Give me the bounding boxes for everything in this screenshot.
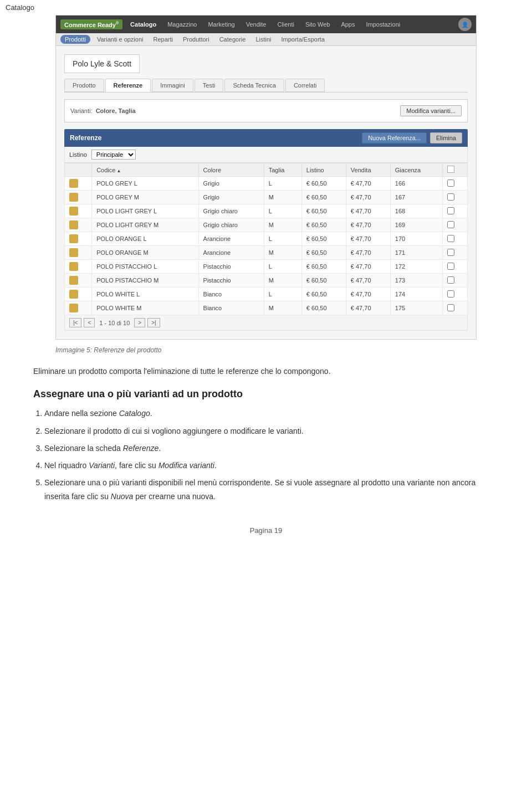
subnav-listini[interactable]: Listini: [252, 35, 274, 44]
row-code[interactable]: POLO GREY M: [92, 191, 198, 204]
varianti-box: Varianti: Colore, Taglia Modifica varian…: [64, 99, 468, 122]
row-checkbox-cell[interactable]: [443, 232, 468, 246]
table-row: POLO ORANGE M Arancione M € 60,50 € 47,7…: [65, 246, 468, 260]
row-vendita: € 47,70: [346, 246, 390, 260]
row-colore: Grigio chiaro: [198, 218, 264, 232]
subnav-categorie[interactable]: Categorie: [216, 35, 249, 44]
col-giacenza[interactable]: Giacenza: [390, 163, 443, 177]
row-checkbox-cell[interactable]: [443, 191, 468, 204]
page-prev-button[interactable]: <: [84, 318, 95, 327]
row-checkbox[interactable]: [447, 179, 454, 187]
col-colore[interactable]: Colore: [198, 163, 264, 177]
modifica-varianti-button[interactable]: Modifica varianti...: [400, 105, 462, 116]
tab-scheda[interactable]: Scheda Tecnica: [224, 79, 284, 92]
page-next-button[interactable]: >: [134, 318, 145, 327]
row-checkbox[interactable]: [447, 304, 454, 311]
row-checkbox-cell[interactable]: [443, 177, 468, 191]
row-code[interactable]: POLO WHITE M: [92, 301, 198, 315]
tab-testi[interactable]: Testi: [195, 79, 224, 92]
tab-immagini[interactable]: Immagini: [152, 79, 193, 92]
sub-nav: Prodotti Varianti e opzioni Reparti Prod…: [56, 33, 476, 46]
top-nav: Commerce Ready® Catalogo Magazzino Marke…: [56, 16, 476, 33]
row-taglia: L: [264, 232, 301, 246]
elimina-button[interactable]: Elimina: [430, 132, 462, 143]
nav-item-magazzino[interactable]: Magazzino: [165, 20, 199, 29]
col-codice[interactable]: Codice: [92, 163, 198, 177]
row-checkbox[interactable]: [447, 263, 454, 270]
row-checkbox-cell[interactable]: [443, 301, 468, 315]
row-checkbox[interactable]: [447, 276, 454, 284]
col-vendita[interactable]: Vendita: [346, 163, 390, 177]
step-3: Selezionare la scheda Referenze.: [44, 442, 499, 455]
row-listino: € 60,50: [301, 191, 346, 204]
nav-item-apps[interactable]: Apps: [339, 20, 357, 29]
row-giacenza: 166: [390, 177, 443, 191]
step-2: Selezionare il prodotto di cui si voglio…: [44, 424, 499, 438]
referenze-header: Referenze Nuova Referenza... Elimina: [64, 129, 468, 147]
row-vendita: € 47,70: [346, 288, 390, 301]
listino-select[interactable]: Principale: [91, 150, 136, 160]
row-icon-cell: [65, 260, 92, 274]
row-listino: € 60,50: [301, 218, 346, 232]
row-checkbox-cell[interactable]: [443, 204, 468, 218]
subnav-importa[interactable]: Importa/Esporta: [278, 35, 328, 44]
product-icon: [69, 220, 78, 229]
row-colore: Pistacchio: [198, 274, 264, 288]
tab-prodotto[interactable]: Prodotto: [64, 79, 104, 92]
product-icon: [69, 304, 78, 312]
avatar[interactable]: 👤: [458, 18, 472, 31]
row-colore: Grigio chiaro: [198, 204, 264, 218]
row-checkbox-cell[interactable]: [443, 246, 468, 260]
row-checkbox-cell[interactable]: [443, 274, 468, 288]
col-listino[interactable]: Listino: [301, 163, 346, 177]
subnav-reparti[interactable]: Reparti: [150, 35, 176, 44]
nav-item-marketing[interactable]: Marketing: [206, 20, 237, 29]
nav-item-sitoweb[interactable]: Sito Web: [303, 20, 332, 29]
row-checkbox[interactable]: [447, 235, 454, 242]
nav-item-impostazioni[interactable]: Impostazioni: [364, 20, 402, 29]
tab-correlati[interactable]: Correlati: [285, 79, 325, 92]
product-icon: [69, 276, 78, 285]
nav-item-catalogo[interactable]: Catalogo: [128, 20, 158, 29]
nuova-referenza-button[interactable]: Nuova Referenza...: [362, 132, 427, 143]
subnav-prodotti[interactable]: Prodotti: [60, 35, 90, 44]
subnav-produttori[interactable]: Produttori: [180, 35, 213, 44]
page-last-button[interactable]: >|: [147, 318, 160, 327]
row-colore: Pistacchio: [198, 260, 264, 274]
main-content: Polo Lyle & Scott Prodotto Referenze Imm…: [56, 46, 476, 339]
row-code[interactable]: POLO PISTACCHIO M: [92, 274, 198, 288]
row-code[interactable]: POLO LIGHT GREY L: [92, 204, 198, 218]
row-checkbox[interactable]: [447, 290, 454, 297]
row-code[interactable]: POLO WHITE L: [92, 288, 198, 301]
col-check-all[interactable]: [443, 163, 468, 177]
product-tabs: Prodotto Referenze Immagini Testi Scheda…: [64, 79, 468, 93]
row-code[interactable]: POLO PISTACCHIO L: [92, 260, 198, 274]
subnav-varianti[interactable]: Varianti e opzioni: [94, 35, 147, 44]
row-checkbox[interactable]: [447, 249, 454, 256]
product-icon: [69, 179, 78, 188]
product-icon: [69, 248, 78, 257]
table-row: POLO PISTACCHIO M Pistacchio M € 60,50 €…: [65, 274, 468, 288]
row-checkbox[interactable]: [447, 221, 454, 228]
row-vendita: € 47,70: [346, 301, 390, 315]
nav-item-vendite[interactable]: Vendite: [244, 20, 269, 29]
row-code[interactable]: POLO ORANGE L: [92, 232, 198, 246]
row-code[interactable]: POLO LIGHT GREY M: [92, 218, 198, 232]
product-icon: [69, 193, 78, 202]
nav-item-clienti[interactable]: Clienti: [275, 20, 296, 29]
row-listino: € 60,50: [301, 204, 346, 218]
col-taglia[interactable]: Taglia: [264, 163, 301, 177]
tab-referenze[interactable]: Referenze: [105, 79, 151, 92]
row-checkbox[interactable]: [447, 193, 454, 201]
row-code[interactable]: POLO ORANGE M: [92, 246, 198, 260]
row-icon-cell: [65, 274, 92, 288]
row-vendita: € 47,70: [346, 191, 390, 204]
page-first-button[interactable]: |<: [69, 318, 81, 327]
referenze-actions: Nuova Referenza... Elimina: [362, 132, 462, 143]
row-checkbox-cell[interactable]: [443, 260, 468, 274]
row-checkbox-cell[interactable]: [443, 218, 468, 232]
brand-logo[interactable]: Commerce Ready®: [60, 19, 122, 30]
row-checkbox[interactable]: [447, 207, 454, 214]
row-code[interactable]: POLO GREY L: [92, 177, 198, 191]
row-checkbox-cell[interactable]: [443, 288, 468, 301]
